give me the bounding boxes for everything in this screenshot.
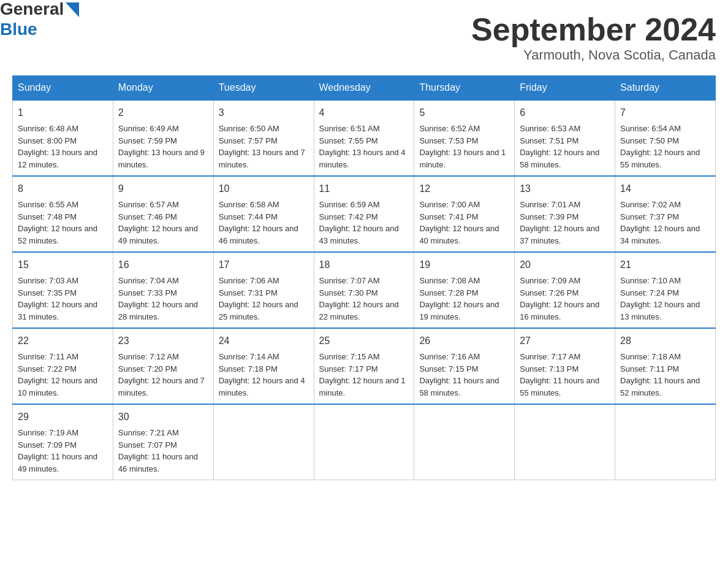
day-number: 24 (219, 334, 309, 348)
calendar-cell: 10Sunrise: 6:58 AMSunset: 7:44 PMDayligh… (213, 176, 314, 252)
calendar-cell: 3Sunrise: 6:50 AMSunset: 7:57 PMDaylight… (213, 100, 314, 176)
calendar-title: September 2024 (471, 12, 716, 47)
calendar-cell: 2Sunrise: 6:49 AMSunset: 7:59 PMDaylight… (113, 100, 213, 176)
day-number: 16 (118, 258, 208, 272)
day-info: Sunrise: 7:17 AMSunset: 7:13 PMDaylight:… (520, 352, 599, 397)
calendar-cell: 6Sunrise: 6:53 AMSunset: 7:51 PMDaylight… (515, 100, 615, 176)
day-number: 3 (219, 105, 309, 120)
col-header-wednesday: Wednesday (314, 76, 414, 101)
day-number: 11 (319, 182, 409, 196)
col-header-tuesday: Tuesday (213, 76, 314, 101)
day-info: Sunrise: 7:18 AMSunset: 7:11 PMDaylight:… (620, 352, 700, 397)
calendar-cell: 27Sunrise: 7:17 AMSunset: 7:13 PMDayligh… (515, 328, 615, 404)
calendar-cell: 30Sunrise: 7:21 AMSunset: 7:07 PMDayligh… (113, 404, 213, 480)
day-info: Sunrise: 7:12 AMSunset: 7:20 PMDaylight:… (118, 352, 205, 397)
day-info: Sunrise: 6:51 AMSunset: 7:55 PMDaylight:… (319, 124, 406, 169)
day-number: 8 (18, 182, 108, 196)
day-info: Sunrise: 7:10 AMSunset: 7:24 PMDaylight:… (620, 276, 700, 321)
col-header-thursday: Thursday (414, 76, 515, 101)
day-info: Sunrise: 7:11 AMSunset: 7:22 PMDaylight:… (18, 352, 97, 397)
day-number: 13 (520, 182, 610, 196)
title-block: September 2024 Yarmouth, Nova Scotia, Ca… (471, 12, 716, 63)
col-header-monday: Monday (113, 76, 213, 101)
header-row: SundayMondayTuesdayWednesdayThursdayFrid… (13, 76, 716, 101)
day-number: 28 (620, 334, 710, 348)
calendar-cell: 26Sunrise: 7:16 AMSunset: 7:15 PMDayligh… (414, 328, 515, 404)
calendar-table: SundayMondayTuesdayWednesdayThursdayFrid… (12, 75, 716, 480)
calendar-cell: 17Sunrise: 7:06 AMSunset: 7:31 PMDayligh… (213, 252, 314, 328)
calendar-header: SundayMondayTuesdayWednesdayThursdayFrid… (13, 76, 716, 101)
day-number: 14 (620, 182, 710, 196)
col-header-saturday: Saturday (615, 76, 716, 101)
week-row-1: 1Sunrise: 6:48 AMSunset: 8:00 PMDaylight… (13, 100, 716, 176)
day-info: Sunrise: 7:16 AMSunset: 7:15 PMDaylight:… (419, 352, 499, 397)
calendar-cell: 7Sunrise: 6:54 AMSunset: 7:50 PMDaylight… (615, 100, 716, 176)
week-row-4: 22Sunrise: 7:11 AMSunset: 7:22 PMDayligh… (13, 328, 716, 404)
week-row-2: 8Sunrise: 6:55 AMSunset: 7:48 PMDaylight… (13, 176, 716, 252)
day-info: Sunrise: 6:54 AMSunset: 7:50 PMDaylight:… (620, 124, 700, 169)
header: GeneralBlue September 2024 Yarmouth, Nov… (12, 12, 716, 63)
day-number: 22 (18, 334, 108, 348)
calendar-cell: 8Sunrise: 6:55 AMSunset: 7:48 PMDaylight… (13, 176, 113, 252)
calendar-cell (515, 404, 615, 480)
calendar-cell (414, 404, 515, 480)
calendar-cell: 21Sunrise: 7:10 AMSunset: 7:24 PMDayligh… (615, 252, 716, 328)
logo-arrow-icon (66, 2, 79, 17)
week-row-5: 29Sunrise: 7:19 AMSunset: 7:09 PMDayligh… (13, 404, 716, 480)
day-number: 5 (419, 105, 509, 120)
day-info: Sunrise: 7:07 AMSunset: 7:30 PMDaylight:… (319, 276, 399, 321)
calendar-cell: 5Sunrise: 6:52 AMSunset: 7:53 PMDaylight… (414, 100, 515, 176)
day-number: 20 (520, 258, 610, 272)
calendar-cell: 12Sunrise: 7:00 AMSunset: 7:41 PMDayligh… (414, 176, 515, 252)
calendar-cell: 20Sunrise: 7:09 AMSunset: 7:26 PMDayligh… (515, 252, 615, 328)
day-number: 9 (118, 182, 208, 196)
day-info: Sunrise: 6:48 AMSunset: 8:00 PMDaylight:… (18, 124, 97, 169)
calendar-cell: 28Sunrise: 7:18 AMSunset: 7:11 PMDayligh… (615, 328, 716, 404)
day-info: Sunrise: 7:19 AMSunset: 7:09 PMDaylight:… (18, 428, 97, 473)
calendar-cell: 24Sunrise: 7:14 AMSunset: 7:18 PMDayligh… (213, 328, 314, 404)
day-number: 25 (319, 334, 409, 348)
day-info: Sunrise: 7:04 AMSunset: 7:33 PMDaylight:… (118, 276, 198, 321)
day-info: Sunrise: 7:06 AMSunset: 7:31 PMDaylight:… (219, 276, 298, 321)
day-info: Sunrise: 6:52 AMSunset: 7:53 PMDaylight:… (419, 124, 506, 169)
svg-marker-0 (66, 2, 79, 17)
day-info: Sunrise: 6:55 AMSunset: 7:48 PMDaylight:… (18, 200, 97, 245)
day-number: 15 (18, 258, 108, 272)
day-number: 2 (118, 105, 208, 120)
day-number: 29 (18, 410, 108, 424)
calendar-cell: 25Sunrise: 7:15 AMSunset: 7:17 PMDayligh… (314, 328, 414, 404)
week-row-3: 15Sunrise: 7:03 AMSunset: 7:35 PMDayligh… (13, 252, 716, 328)
day-number: 12 (419, 182, 509, 196)
day-info: Sunrise: 6:57 AMSunset: 7:46 PMDaylight:… (118, 200, 198, 245)
calendar-cell: 18Sunrise: 7:07 AMSunset: 7:30 PMDayligh… (314, 252, 414, 328)
calendar-cell: 4Sunrise: 6:51 AMSunset: 7:55 PMDaylight… (314, 100, 414, 176)
day-info: Sunrise: 7:03 AMSunset: 7:35 PMDaylight:… (18, 276, 97, 321)
calendar-cell: 9Sunrise: 6:57 AMSunset: 7:46 PMDaylight… (113, 176, 213, 252)
day-info: Sunrise: 6:59 AMSunset: 7:42 PMDaylight:… (319, 200, 399, 245)
day-info: Sunrise: 6:58 AMSunset: 7:44 PMDaylight:… (219, 200, 298, 245)
day-info: Sunrise: 7:00 AMSunset: 7:41 PMDaylight:… (419, 200, 499, 245)
day-number: 26 (419, 334, 509, 348)
calendar-cell: 22Sunrise: 7:11 AMSunset: 7:22 PMDayligh… (13, 328, 113, 404)
day-number: 17 (219, 258, 309, 272)
day-info: Sunrise: 7:15 AMSunset: 7:17 PMDaylight:… (319, 352, 406, 397)
logo-blue-text: Blue (0, 20, 79, 39)
day-number: 7 (620, 105, 710, 120)
day-info: Sunrise: 7:09 AMSunset: 7:26 PMDaylight:… (520, 276, 599, 321)
col-header-friday: Friday (515, 76, 615, 101)
calendar-body: 1Sunrise: 6:48 AMSunset: 8:00 PMDaylight… (13, 100, 716, 480)
day-number: 4 (319, 105, 409, 120)
day-info: Sunrise: 7:01 AMSunset: 7:39 PMDaylight:… (520, 200, 599, 245)
calendar-cell (615, 404, 716, 480)
calendar-cell (213, 404, 314, 480)
calendar-cell: 19Sunrise: 7:08 AMSunset: 7:28 PMDayligh… (414, 252, 515, 328)
calendar-cell: 13Sunrise: 7:01 AMSunset: 7:39 PMDayligh… (515, 176, 615, 252)
day-number: 30 (118, 410, 208, 424)
calendar-cell: 16Sunrise: 7:04 AMSunset: 7:33 PMDayligh… (113, 252, 213, 328)
calendar-cell: 29Sunrise: 7:19 AMSunset: 7:09 PMDayligh… (13, 404, 113, 480)
day-info: Sunrise: 7:14 AMSunset: 7:18 PMDaylight:… (219, 352, 305, 397)
col-header-sunday: Sunday (13, 76, 113, 101)
calendar-cell: 15Sunrise: 7:03 AMSunset: 7:35 PMDayligh… (13, 252, 113, 328)
calendar-cell: 14Sunrise: 7:02 AMSunset: 7:37 PMDayligh… (615, 176, 716, 252)
day-info: Sunrise: 7:08 AMSunset: 7:28 PMDaylight:… (419, 276, 499, 321)
